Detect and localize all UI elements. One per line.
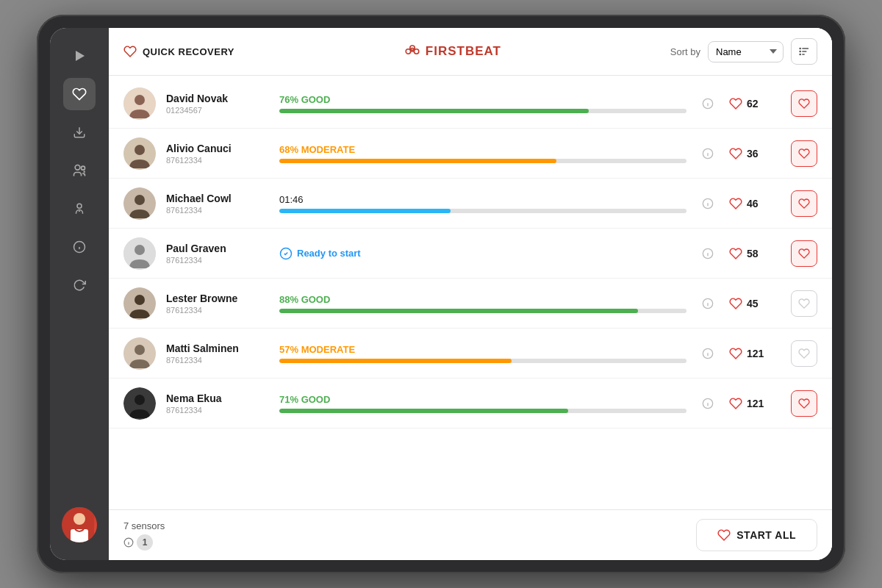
sidebar-item-team-settings[interactable] (63, 154, 96, 187)
start-all-heart-icon (717, 528, 731, 542)
player-metric: Ready to start (279, 247, 686, 260)
info-button[interactable] (697, 392, 719, 415)
metric-label: Ready to start (297, 248, 361, 259)
metric-label: 71% GOOD (279, 394, 686, 405)
watch-icon (798, 248, 810, 259)
player-metric: 88% GOOD (279, 294, 686, 313)
heart-rate-icon (729, 97, 742, 110)
table-row: Lester Browne 87612334 88% GOOD (109, 279, 832, 329)
watch-icon (798, 98, 810, 110)
heart-rate-value: 121 (747, 348, 764, 359)
player-name: Nema Ekua (166, 392, 269, 404)
player-name: David Novak (166, 93, 269, 104)
player-avatar (123, 237, 156, 270)
heart-rate-icon (729, 397, 742, 410)
heart-rate-value: 121 (747, 398, 764, 409)
sidebar-item-play[interactable] (63, 40, 96, 72)
player-info: David Novak 01234567 (166, 93, 269, 115)
quick-recovery-icon (123, 45, 137, 58)
player-name: Alivio Canuci (166, 143, 269, 154)
info-button[interactable] (697, 93, 719, 115)
heart-rate-value: 58 (747, 248, 759, 259)
filter-button[interactable] (791, 38, 817, 65)
progress-bar-background (279, 159, 686, 163)
avatar[interactable] (62, 507, 97, 542)
sensor-badge: 1 (123, 534, 165, 551)
info-button[interactable] (697, 193, 719, 215)
svg-point-2 (75, 165, 80, 171)
svg-point-33 (135, 195, 145, 205)
info-button[interactable] (697, 243, 719, 265)
player-name: Paul Graven (166, 243, 269, 254)
player-id: 87612334 (166, 256, 269, 265)
table-row: Alivio Canuci 87612334 68% MODERATE (109, 129, 832, 179)
player-avatar (123, 387, 156, 420)
watch-button[interactable] (791, 90, 817, 117)
player-info: Matti Salminen 87612334 (166, 343, 269, 365)
svg-point-28 (135, 145, 145, 155)
sidebar-item-heart-monitor[interactable] (63, 78, 96, 110)
watch-button[interactable] (791, 140, 817, 167)
player-id: 87612334 (166, 156, 269, 165)
header-logo: FIRSTBEAT (246, 44, 659, 59)
table-row: Paul Graven 87612334 Ready to start (109, 229, 832, 279)
sidebar-item-info[interactable] (63, 231, 96, 263)
metric-label: 01:46 (279, 194, 686, 205)
start-all-button[interactable]: START ALL (696, 519, 817, 551)
sensor-info: 7 sensors 1 (123, 520, 165, 551)
metric-label: 76% GOOD (279, 94, 686, 105)
svg-point-23 (135, 95, 145, 105)
player-info: Alivio Canuci 87612334 (166, 143, 269, 165)
progress-bar-background (279, 209, 686, 213)
player-id: 87612334 (166, 306, 269, 315)
svg-point-20 (799, 51, 801, 53)
player-name: Lester Browne (166, 293, 269, 304)
player-info: Michael Cowl 87612334 (166, 193, 269, 215)
heart-rate-value: 36 (747, 148, 759, 159)
heart-rate-section: 62 (729, 97, 781, 110)
progress-bar-background (279, 409, 686, 413)
heart-rate-icon (729, 147, 742, 160)
svg-point-49 (135, 345, 145, 355)
info-button[interactable] (697, 343, 719, 365)
table-row: Michael Cowl 87612334 01:46 (109, 179, 832, 229)
heart-rate-value: 45 (747, 298, 759, 309)
progress-bar-fill (279, 209, 451, 213)
watch-button[interactable] (791, 190, 817, 217)
player-metric: 57% MODERATE (279, 344, 686, 363)
logo-text: FIRSTBEAT (426, 44, 501, 59)
header: QUICK RECOVERY FIRSTBEAT Sort by (109, 28, 832, 76)
heart-rate-icon (729, 297, 742, 310)
svg-point-19 (799, 48, 801, 50)
watch-button[interactable] (791, 340, 817, 367)
player-list: David Novak 01234567 76% GOOD (109, 76, 832, 509)
heart-rate-icon (729, 197, 742, 210)
sidebar-item-refresh[interactable] (63, 269, 96, 301)
player-metric: 01:46 (279, 194, 686, 213)
watch-icon (798, 348, 810, 359)
sidebar-item-download[interactable] (63, 116, 96, 148)
info-button[interactable] (697, 143, 719, 165)
progress-bar-fill (279, 109, 589, 113)
watch-button[interactable] (791, 390, 817, 417)
header-title-section: QUICK RECOVERY (123, 45, 234, 58)
heart-rate-section: 46 (729, 197, 781, 210)
progress-bar-fill (279, 359, 512, 363)
main-content: QUICK RECOVERY FIRSTBEAT Sort by (109, 28, 832, 560)
watch-button[interactable] (791, 240, 817, 267)
watch-button[interactable] (791, 290, 817, 317)
player-info: Paul Graven 87612334 (166, 243, 269, 265)
avatar-image (62, 507, 97, 542)
player-metric: 71% GOOD (279, 394, 686, 413)
heart-rate-section: 58 (729, 247, 781, 260)
heart-rate-section: 121 (729, 397, 781, 410)
player-id: 87612334 (166, 406, 269, 415)
info-button[interactable] (697, 293, 719, 315)
progress-bar-background (279, 359, 686, 363)
heart-rate-section: 36 (729, 147, 781, 160)
heart-rate-section: 45 (729, 297, 781, 310)
svg-point-38 (135, 245, 145, 255)
sort-select[interactable]: Name Score Heart Rate (708, 41, 784, 62)
svg-point-6 (77, 204, 82, 208)
sidebar-item-person[interactable] (63, 193, 96, 225)
